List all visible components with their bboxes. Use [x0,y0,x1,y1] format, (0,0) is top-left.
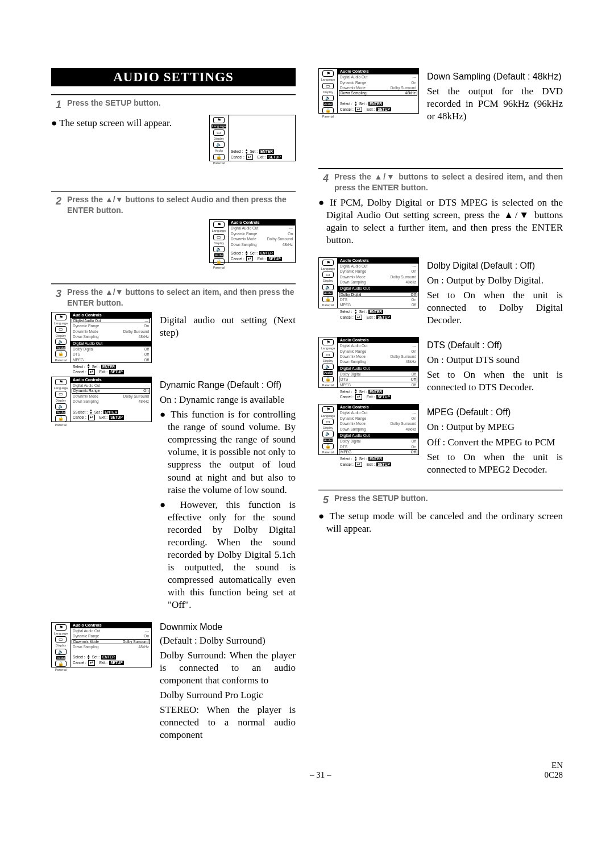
row-dao: Digital Audio Out [231,226,258,230]
mpeg-head: MPEG (Default : Off) [427,407,511,417]
row-dm: Downmix Mode [231,237,256,241]
dts-l1: On : Output DTS sound [427,354,563,366]
dyn-b2: ● However, this function is effective on… [160,499,296,612]
step-text: Press the ▲/▼ buttons to select Audio an… [67,194,296,216]
osd-title: Audio Controls [229,220,295,226]
page-number: – 31 – [97,770,544,780]
digital-audio-out-text: Digital audio out setting (Next step) [160,314,296,339]
left-column: AUDIO SETTINGS 1 Press the SETUP button.… [51,68,296,744]
return-key: ↵ [246,155,253,160]
dyn-head: Dynamic Range (Default : Off) [160,380,281,390]
row-ds: Down Sampling [231,243,257,247]
mpeg-l3: Set to On when the unit is connected to … [427,451,563,476]
parental-label: Parental [213,161,225,165]
flag-icon: ⚑ [213,117,225,123]
step-5: 5 Press the SETUP button. [318,493,563,507]
step-text: Press the ▲/▼ buttons to select an item,… [67,287,296,308]
divider [318,168,563,169]
downmix-l3: STEREO: When the player is connected to … [160,704,296,741]
downmix-l1: Dolby Surround: When the player is conne… [160,649,296,687]
step-1: 1 Press the SETUP button. [51,98,296,111]
dyn-on: On : Dynamic range is available [160,394,296,406]
display-label: Display [214,241,224,245]
row-dr: Dynamic Range [231,232,257,236]
downmix-head: Downmix Mode [160,622,296,632]
speaker-icon: 🔈 [213,246,225,252]
footer-code2: 0C28 [544,770,563,780]
page-footer: – 31 – EN 0C28 [51,761,563,780]
setup-key: SETUP [267,155,282,159]
display-label: Display [214,137,224,140]
step-text: Press the SETUP button. [67,98,161,108]
downmix-l2: Dolby Surround Pro Logic [160,689,296,702]
step-4-body: ● If PCM, Dolby Digital or DTS MPEG is s… [318,197,563,247]
enter-key: ENTER [259,149,274,153]
step-number: 4 [318,172,329,185]
step-text: Press the ▲/▼ buttons to select a desire… [334,172,563,193]
footer-code1: EN [544,761,563,770]
dolby-l1: On : Output by Dolby Digital. [427,274,563,287]
foot-set: Set : [250,149,258,153]
osd-dts: ⚑Language ▭Display 🔈Audio 🔒Parental Audi… [318,337,419,388]
lang-label: Language [212,229,226,232]
divider [318,490,563,491]
osd-down-sampling: ⚑Language ▭Display 🔈Audio 🔒Parental Audi… [318,68,419,114]
display-icon: ▭ [55,326,67,332]
right-column: ⚑Language ▭Display 🔈Audio 🔒Parental Audi… [318,68,563,744]
audio-label: Audio [214,253,223,257]
foot-cancel: Cancel : [231,155,244,159]
parental-label: Parental [213,266,225,269]
step-number: 5 [318,493,329,507]
divider [51,94,296,95]
downsamp-body: Set the output for the DVD recorded in P… [427,85,563,123]
step-3: 3 Press the ▲/▼ buttons to select an ite… [51,287,296,308]
osd-dolby: ⚑Language ▭Display 🔈Audio 🔒Parental Audi… [318,257,419,308]
display-icon: ▭ [213,234,225,240]
flag-icon: ⚑ [213,222,225,228]
mpeg-l2: Off : Convert the MPEG to PCM [427,436,563,449]
osd-dynamic-range: ⚑Language ▭Display 🔈Audio 🔒Parental Audi… [51,377,152,422]
step-number: 2 [51,194,61,208]
osd-digital-audio-out: ⚑Language ▭Display 🔈Audio 🔒Parental Audi… [51,312,152,363]
display-icon: ▭ [213,130,225,136]
dolby-head: Dolby Digital (Default : Off) [427,261,535,270]
divider [51,283,296,285]
downsamp-head: Down Sampling (Default : 48kHz) [427,72,562,81]
osd-mpeg: ⚑Language ▭Display 🔈Audio 🔒Parental Audi… [318,404,419,455]
osd-downmix: ⚑Language ▭Display 🔈Audio 🔒Parental Audi… [51,622,152,667]
step-4: 4 Press the ▲/▼ buttons to select a desi… [318,172,563,193]
dolby-l2: Set to On when the unit is connected to … [427,289,563,327]
dyn-b1: ● This function is for controlling the r… [160,408,296,496]
step-number: 3 [51,287,61,301]
lock-icon: 🔒 [213,258,225,265]
divider [51,191,296,192]
step-5-body: ● The setup mode will be canceled and th… [318,510,563,535]
speaker-icon: 🔈 [55,339,67,345]
osd-audio-controls-1: ⚑ Language ▭ Display 🔈 Audio 🔒 Parental … [209,219,296,263]
audio-label: Audio [215,149,223,152]
section-title: AUDIO SETTINGS [51,68,296,86]
downmix-def: (Default : Dolby Surround) [160,635,296,647]
lock-icon: 🔒 [55,350,67,357]
osd-setup: ⚑ Language ▭ Display 🔈 Audio 🔒 Parental … [209,115,296,161]
speaker-icon: 🔈 [213,141,225,148]
step-2: 2 Press the ▲/▼ buttons to select Audio … [51,194,296,216]
dts-l2: Set to On when the unit is connected to … [427,369,563,394]
lock-icon: 🔒 [213,154,225,160]
page: AUDIO SETTINGS 1 Press the SETUP button.… [0,0,614,803]
foot-select: Select : [231,149,243,153]
step-text: Press the SETUP button. [334,493,428,504]
flag-icon: ⚑ [55,314,67,320]
mpeg-l1: On : Output by MPEG [427,421,563,433]
foot-exit: Exit : [258,155,265,159]
step-number: 1 [51,98,61,111]
lang-label: Language [211,124,226,128]
step-1-body: ● The setup screen will appear. [51,117,201,130]
dts-head: DTS (Default : Off) [427,340,502,350]
